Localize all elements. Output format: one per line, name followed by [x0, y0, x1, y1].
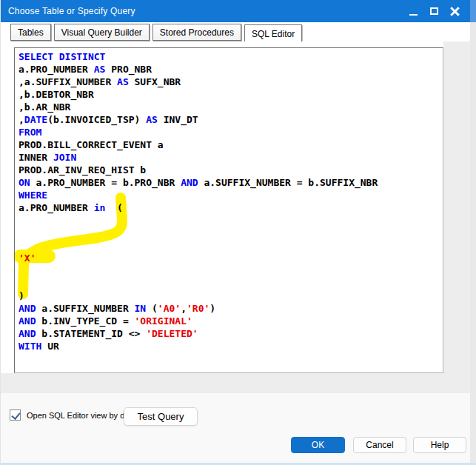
minimize-icon — [409, 14, 418, 16]
window-controls — [403, 0, 465, 22]
ok-button[interactable]: OK — [291, 437, 345, 453]
help-button[interactable]: Help — [413, 437, 466, 453]
tab-stored-procedures[interactable]: Stored Procedures — [152, 24, 241, 41]
titlebar-edge — [470, 0, 476, 22]
maximize-button[interactable] — [423, 0, 444, 22]
sql-editor-textarea[interactable]: SELECT DISTINCTa.PRO_NUMBER AS PRO_NBR,a… — [14, 47, 443, 373]
maximize-icon — [430, 7, 438, 15]
titlebar[interactable]: Choose Table or Specify Query — [1, 0, 471, 22]
open-sql-editor-default-checkbox[interactable] — [10, 409, 21, 421]
tab-bar: Tables Visual Query Builder Stored Proce… — [10, 24, 302, 44]
close-icon — [450, 7, 460, 16]
sql-code: SELECT DISTINCTa.PRO_NUMBER AS PRO_NBR,a… — [15, 48, 443, 352]
cancel-button[interactable]: Cancel — [353, 437, 406, 453]
minimize-button[interactable] — [403, 0, 423, 22]
window-frame-right — [470, 22, 476, 463]
test-query-button[interactable]: Test Query — [124, 407, 198, 426]
close-button[interactable] — [444, 0, 465, 22]
tab-visual-query-builder[interactable]: Visual Query Builder — [54, 24, 150, 41]
window-title: Choose Table or Specify Query — [1, 6, 135, 16]
dialog-window: Choose Table or Specify Query Tables Vis… — [0, 0, 476, 465]
tab-tables[interactable]: Tables — [10, 24, 51, 41]
